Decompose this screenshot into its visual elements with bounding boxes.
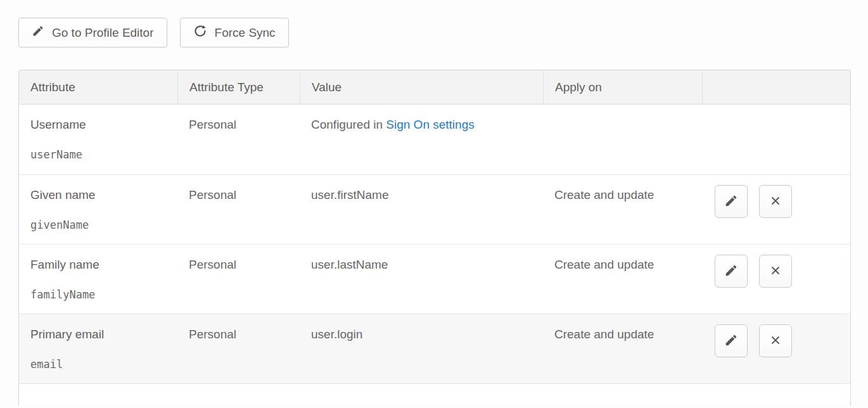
delete-attribute-button[interactable]: [759, 185, 792, 218]
pencil-icon: [724, 264, 738, 279]
table-row-family-name: Family name familyName Personal user.las…: [19, 244, 850, 314]
value-cell: user.lastName: [300, 245, 543, 314]
apply-on-cell: Create and update: [543, 314, 702, 383]
edit-attribute-button[interactable]: [715, 324, 748, 357]
attribute-name: familyName: [30, 286, 166, 303]
attribute-type-cell: Personal: [177, 175, 300, 244]
apply-on-cell: [543, 105, 702, 174]
value-prefix: Configured in: [311, 118, 386, 131]
column-header-attribute: Attribute: [19, 70, 177, 104]
attribute-label: Given name: [30, 187, 166, 203]
attribute-type-cell: Personal: [177, 314, 300, 383]
value-cell: Configured in Sign On settings: [300, 105, 543, 174]
attribute-name: email: [30, 356, 166, 373]
force-sync-button[interactable]: Force Sync: [180, 18, 289, 48]
attribute-label: Family name: [30, 257, 166, 273]
actions-cell: [702, 175, 850, 244]
attribute-cell: Primary email email: [19, 314, 177, 383]
attribute-label: Primary email: [30, 326, 166, 343]
go-to-profile-editor-button[interactable]: Go to Profile Editor: [18, 18, 167, 48]
delete-attribute-button[interactable]: [759, 255, 792, 288]
table-row-partial: [19, 383, 850, 406]
force-sync-label: Force Sync: [215, 26, 276, 40]
table-row-given-name: Given name givenName Personal user.first…: [19, 174, 850, 244]
pencil-icon: [32, 25, 44, 41]
attribute-type-cell: Personal: [177, 245, 300, 314]
apply-on-cell: Create and update: [543, 175, 702, 244]
table-row-username: Username userName Personal Configured in…: [19, 105, 850, 174]
edit-attribute-button[interactable]: [715, 255, 748, 288]
attribute-mapping-table: Attribute Attribute Type Value Apply on …: [18, 70, 851, 406]
apply-on-cell: Create and update: [543, 245, 702, 314]
attribute-cell: Family name familyName: [19, 245, 177, 314]
pencil-icon: [724, 333, 738, 349]
column-header-apply-on: Apply on: [543, 70, 702, 104]
value-cell: user.login: [300, 314, 543, 383]
column-header-value: Value: [300, 70, 543, 104]
pencil-icon: [724, 194, 738, 210]
table-row-primary-email: Primary email email Personal user.login …: [19, 314, 850, 383]
go-to-profile-editor-label: Go to Profile Editor: [52, 26, 154, 40]
table-header: Attribute Attribute Type Value Apply on: [19, 70, 850, 105]
attribute-type-cell: Personal: [177, 105, 300, 174]
refresh-icon: [193, 24, 207, 41]
delete-attribute-button[interactable]: [759, 324, 792, 357]
attribute-cell: Username userName: [19, 105, 177, 174]
attribute-name: userName: [30, 146, 166, 163]
column-header-attribute-type: Attribute Type: [177, 70, 300, 104]
sign-on-settings-link[interactable]: Sign On settings: [386, 118, 474, 131]
value-cell: user.firstName: [300, 175, 543, 244]
actions-cell: [702, 105, 850, 174]
actions-cell: [702, 245, 850, 314]
x-icon: [769, 264, 782, 279]
x-icon: [769, 334, 782, 348]
attribute-name: givenName: [30, 217, 166, 233]
actions-cell: [702, 314, 850, 383]
column-header-actions: [702, 70, 850, 104]
attribute-label: Username: [30, 117, 166, 133]
attribute-cell: Given name givenName: [19, 175, 177, 244]
toolbar: Go to Profile Editor Force Sync: [18, 18, 868, 48]
edit-attribute-button[interactable]: [715, 185, 748, 218]
x-icon: [769, 194, 782, 209]
